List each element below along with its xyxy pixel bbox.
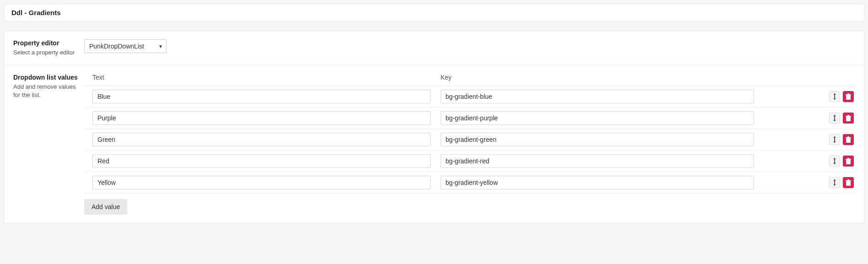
list-rows	[84, 86, 855, 194]
svg-marker-8	[833, 120, 836, 121]
property-editor-label: Property editor	[13, 39, 79, 47]
svg-marker-19	[833, 158, 836, 159]
value-key-input[interactable]	[441, 133, 754, 146]
trash-icon	[846, 93, 851, 100]
svg-marker-2	[833, 98, 836, 100]
svg-rect-15	[846, 138, 851, 143]
value-text-input[interactable]	[92, 176, 431, 189]
svg-rect-29	[847, 179, 849, 180]
svg-rect-22	[846, 159, 851, 160]
svg-marker-26	[833, 184, 836, 186]
list-item	[84, 86, 855, 108]
sort-icon	[832, 136, 837, 143]
value-text-input[interactable]	[92, 111, 431, 125]
svg-rect-21	[846, 160, 851, 164]
svg-rect-23	[847, 158, 849, 159]
svg-rect-4	[846, 94, 851, 95]
property-editor-help: Select a property editor	[13, 48, 79, 57]
dropdown-values-help: Add and remove values for the list.	[13, 83, 79, 99]
value-key-input[interactable]	[441, 176, 754, 189]
list-header: Text Key	[84, 74, 855, 86]
dropdown-values-row: Dropdown list values Add and remove valu…	[4, 65, 864, 223]
sort-icon	[832, 179, 837, 186]
editor-panel: Property editor Select a property editor…	[4, 31, 864, 223]
svg-rect-9	[846, 117, 851, 121]
svg-rect-3	[846, 95, 851, 100]
list-item	[84, 108, 855, 129]
sort-button[interactable]	[829, 113, 840, 124]
list-item	[84, 151, 855, 172]
list-item	[84, 129, 855, 151]
delete-button[interactable]	[843, 134, 854, 145]
value-text-input[interactable]	[92, 133, 431, 146]
list-item	[84, 172, 855, 194]
svg-rect-10	[846, 116, 851, 117]
svg-marker-7	[833, 115, 836, 116]
add-value-button[interactable]: Add value	[84, 199, 127, 215]
sort-icon	[832, 158, 837, 164]
svg-marker-14	[833, 141, 836, 143]
value-key-input[interactable]	[441, 111, 754, 125]
trash-icon	[846, 115, 851, 121]
sort-icon	[832, 115, 837, 121]
sort-button[interactable]	[829, 134, 840, 145]
trash-icon	[846, 158, 851, 164]
value-text-input[interactable]	[92, 154, 431, 168]
svg-marker-20	[833, 163, 836, 164]
svg-rect-5	[847, 93, 849, 94]
value-text-input[interactable]	[92, 90, 431, 103]
title-bar: Ddl - Gradients	[4, 4, 864, 22]
delete-button[interactable]	[843, 156, 854, 167]
page-title: Ddl - Gradients	[11, 9, 857, 16]
sort-button[interactable]	[829, 91, 840, 102]
dropdown-values-label: Dropdown list values	[13, 74, 79, 81]
trash-icon	[846, 136, 851, 143]
svg-marker-25	[833, 179, 836, 181]
svg-rect-17	[847, 136, 849, 137]
svg-rect-28	[846, 180, 851, 181]
svg-rect-27	[846, 181, 851, 186]
sort-icon	[832, 93, 837, 100]
delete-button[interactable]	[843, 113, 854, 124]
delete-button[interactable]	[843, 177, 854, 188]
sort-button[interactable]	[829, 177, 840, 188]
trash-icon	[846, 179, 851, 186]
svg-rect-11	[847, 115, 849, 116]
sort-button[interactable]	[829, 156, 840, 167]
header-key: Key	[439, 74, 762, 81]
svg-rect-16	[846, 137, 851, 138]
svg-marker-1	[833, 93, 836, 95]
value-key-input[interactable]	[441, 154, 754, 168]
svg-marker-13	[833, 136, 836, 138]
value-key-input[interactable]	[441, 90, 754, 103]
header-text: Text	[84, 74, 439, 81]
delete-button[interactable]	[843, 91, 854, 102]
property-editor-row: Property editor Select a property editor…	[4, 31, 864, 65]
property-editor-select[interactable]: PunkDropDownList	[84, 39, 167, 53]
